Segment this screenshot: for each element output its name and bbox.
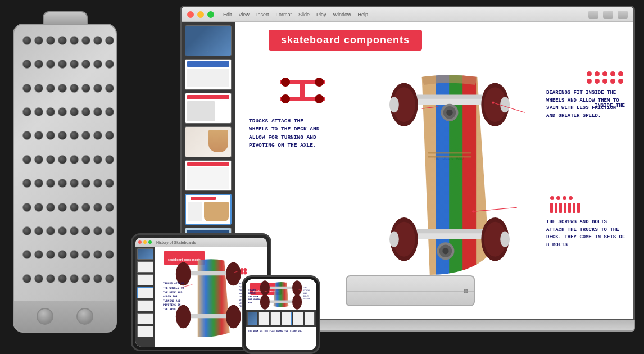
svg-point-2 <box>315 78 324 87</box>
svg-rect-21 <box>410 229 491 233</box>
phone-thumb-4[interactable] <box>282 312 292 325</box>
svg-point-5 <box>315 94 324 103</box>
tablet-thumb-3[interactable] <box>137 274 153 285</box>
menu-slide[interactable]: Slide <box>298 12 310 17</box>
mac-pro-hole <box>93 36 102 45</box>
tablet-thumb-6[interactable] <box>137 313 153 324</box>
menu-insert[interactable]: Insert <box>256 12 269 17</box>
trucks-annotation: TRUCKS ATTACH THE WHEELS TO THE DECK AND… <box>249 117 322 149</box>
mac-pro-hole <box>105 60 114 69</box>
svg-rect-63 <box>267 287 294 289</box>
slide-thumb-2[interactable] <box>185 59 232 90</box>
menu-edit[interactable]: Edit <box>223 12 232 17</box>
tablet-thumb-5[interactable] <box>137 300 153 311</box>
mac-pro-hole <box>46 203 55 212</box>
svg-point-4 <box>281 94 290 103</box>
minimize-button[interactable] <box>197 11 204 18</box>
svg-text:TURNING AND: TURNING AND <box>163 299 181 302</box>
phone-thumb-2[interactable] <box>258 312 269 325</box>
svg-text:ATTACH: ATTACH <box>303 298 310 300</box>
mac-pro-hole <box>34 155 43 164</box>
slide-thumb-1[interactable]: 1 <box>185 25 232 56</box>
phone-screen: skateboard components <box>246 279 316 350</box>
bearing-dot <box>587 79 592 84</box>
slide-thumb-4[interactable] <box>185 126 232 157</box>
tablet-fullscreen[interactable] <box>148 240 152 244</box>
mac-pro-hole <box>70 60 79 69</box>
phone-thumb-3[interactable] <box>270 312 280 325</box>
screw-line <box>573 203 575 213</box>
play-icon[interactable] <box>588 11 598 19</box>
mac-pro-hole <box>93 107 102 116</box>
mac-pro-hole <box>34 60 43 69</box>
mac-mini <box>346 275 475 306</box>
tablet-thumb-1[interactable] <box>137 248 153 260</box>
svg-point-17 <box>446 110 452 116</box>
tablet-thumb-7[interactable] <box>137 326 153 337</box>
tablet-thumb-4[interactable] <box>137 287 153 298</box>
mac-pro-hole <box>58 60 67 69</box>
mac-pro-hole <box>93 60 102 69</box>
trucks-icon-area <box>277 75 328 109</box>
mac-pro-hole <box>22 131 31 140</box>
mac-mini-stripe <box>347 291 474 292</box>
svg-rect-36 <box>187 271 230 276</box>
svg-point-27 <box>500 232 510 247</box>
mac-pro-hole <box>46 155 55 164</box>
mac-pro-hole <box>22 36 31 45</box>
tablet-close[interactable] <box>138 240 142 244</box>
mac-pro-hole <box>105 179 114 188</box>
mac-pro-hole <box>58 250 67 259</box>
svg-point-67 <box>260 294 270 310</box>
menu-play[interactable]: Play <box>316 12 326 17</box>
mac-pro-hole <box>58 155 67 164</box>
mac-pro-feet <box>14 301 116 332</box>
phone-slide-view: skateboard components <box>246 279 316 310</box>
slide-thumb-6[interactable] <box>185 194 232 225</box>
menu-bar: Edit View Insert Format Slide Play Windo… <box>223 12 368 17</box>
screw-dot-row <box>550 196 580 200</box>
screw-dot <box>550 196 554 200</box>
mac-pro-hole <box>105 250 114 259</box>
mac-pro-hole <box>81 131 90 140</box>
fullscreen-button[interactable] <box>207 11 214 18</box>
tablet-thumb-2[interactable] <box>137 261 153 273</box>
bearing-dot <box>618 71 623 76</box>
phone: skateboard components <box>242 275 320 354</box>
tablet-minimize[interactable] <box>143 240 147 244</box>
screw-dot <box>556 196 560 200</box>
slide-thumb-5[interactable] <box>185 160 232 191</box>
phone-thumb-5[interactable] <box>293 312 303 325</box>
bearing-dot-row-2 <box>587 79 623 84</box>
zoom-icon[interactable] <box>618 11 628 19</box>
menu-window[interactable]: Window <box>333 12 351 17</box>
mac-pro-hole <box>46 60 55 69</box>
bearing-dot <box>610 79 615 84</box>
mac-pro-hole <box>81 107 90 116</box>
mac-pro-hole <box>22 274 31 283</box>
mac-pro-hole <box>22 84 31 93</box>
mac-pro-hole <box>46 274 55 283</box>
mac-pro-foot-left <box>37 308 53 325</box>
mac-pro-hole <box>105 36 114 45</box>
close-button[interactable] <box>187 11 194 18</box>
phone-thumb-1[interactable] <box>247 312 257 325</box>
phone-thumb-6[interactable] <box>305 312 315 325</box>
mac-pro-handle <box>43 11 88 24</box>
mac-mini-power-button[interactable] <box>464 289 468 293</box>
svg-point-49 <box>241 268 244 271</box>
svg-text:AND ALLOW: AND ALLOW <box>248 298 260 301</box>
menu-view[interactable]: View <box>239 12 250 17</box>
bearing-dot <box>602 71 607 76</box>
menu-help[interactable]: Help <box>357 12 368 17</box>
share-icon[interactable] <box>603 11 613 19</box>
slide-thumb-3[interactable] <box>185 93 232 124</box>
mac-pro-hole <box>81 36 90 45</box>
svg-point-50 <box>243 268 247 271</box>
svg-text:FOR: FOR <box>248 301 253 304</box>
mac-pro-hole <box>46 250 55 259</box>
menu-format[interactable]: Format <box>275 12 292 17</box>
mac-pro-hole <box>58 107 67 116</box>
phone-body-text: THE DECK IS THE FLAT BOARD YOU STAND ON. <box>248 329 314 333</box>
svg-text:PIVOTING ON: PIVOTING ON <box>163 303 181 306</box>
